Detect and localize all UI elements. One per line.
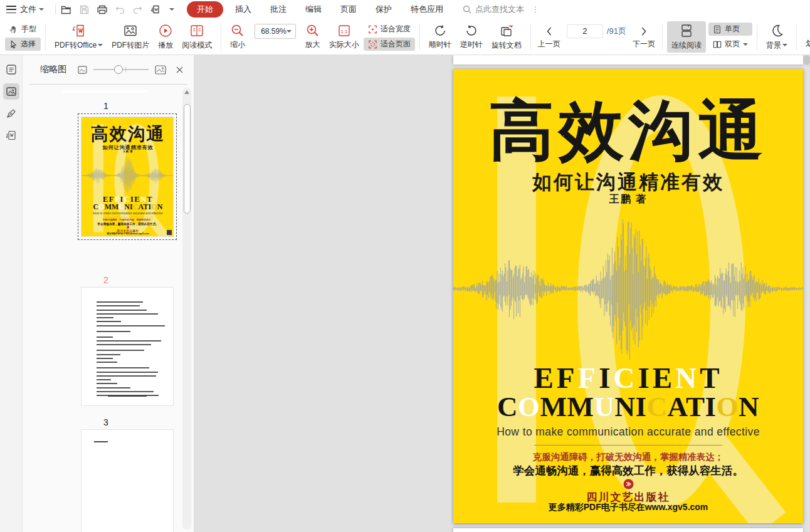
- previous-page-button[interactable]: [538, 25, 560, 38]
- single-page-button[interactable]: 单页: [708, 23, 752, 36]
- cover-english-title-line2: COMMUNICATION: [453, 393, 803, 421]
- reading-mode-button[interactable]: 阅读模式: [177, 21, 216, 53]
- zoom-in-button[interactable]: 放大: [301, 22, 325, 52]
- rotate-document-icon: [498, 23, 515, 38]
- document-viewport[interactable]: 高效沟通 如何让沟通精准有效 王鹏 著 EFFICIENT COMMUNICAT…: [194, 55, 810, 532]
- page-total-label: /91页: [607, 26, 626, 37]
- thumbnail-page-3[interactable]: [81, 429, 174, 532]
- rotate-document-button[interactable]: 旋转文档: [487, 21, 526, 53]
- quick-access-chevron-icon[interactable]: [169, 8, 174, 11]
- pdf-to-image-label: PDF转图片: [112, 40, 149, 51]
- play-icon: [158, 23, 173, 38]
- cover-tagline-2: 学会通畅沟通，赢得高效工作，获得从容生活。: [453, 463, 803, 478]
- pen-icon: [6, 108, 17, 119]
- cursor-arrow-icon: [9, 40, 18, 49]
- hand-tool-button[interactable]: 手型: [5, 23, 41, 36]
- redo-icon[interactable]: [133, 5, 142, 14]
- rotate-clockwise-button[interactable]: 顺时针: [424, 22, 456, 52]
- tab-insert[interactable]: 插入: [226, 1, 261, 18]
- clipped-toolbar-button[interactable]: 划: [801, 23, 810, 51]
- pdf-to-image-button[interactable]: PDF转图片: [107, 21, 154, 53]
- tab-home[interactable]: 开始: [187, 1, 223, 18]
- previous-page-label[interactable]: 上一页: [538, 39, 560, 50]
- clipped-toolbar-label: 划: [806, 38, 810, 49]
- next-page-label[interactable]: 下一页: [633, 39, 655, 50]
- save-icon[interactable]: [80, 5, 89, 14]
- chevron-down-icon: [39, 8, 44, 11]
- find-text-search[interactable]: 点此查找文本 ⋮: [463, 4, 540, 15]
- single-page-label: 单页: [725, 24, 740, 34]
- thumbnail-cover-art: 高效沟通 如何让沟通精准有效 王鹏 著 EFFICIENT COMMUNICAT…: [82, 117, 174, 237]
- thumbnail-corner-marker: [167, 230, 172, 235]
- cover-subtitle: 如何让沟通精准有效: [453, 169, 803, 196]
- thumbnail-page-2[interactable]: [81, 287, 174, 406]
- actual-size-label: 实际大小: [329, 39, 359, 50]
- ribbon-tabs: 开始 插入 批注 编辑 页面 保护 特色应用: [187, 1, 453, 18]
- main-scrollbar-thumb[interactable]: [804, 55, 810, 65]
- divider: [55, 4, 56, 14]
- next-page-edge: [453, 528, 803, 532]
- print-icon[interactable]: [97, 5, 107, 14]
- thumbnail-panel-header: 缩略图: [23, 55, 194, 84]
- file-menu-label: 文件: [20, 4, 36, 15]
- sidebar-scrollbar[interactable]: [182, 88, 191, 529]
- sidebar-scrollbar-thumb[interactable]: [184, 104, 191, 214]
- thumbnail-size-slider[interactable]: [93, 65, 149, 74]
- fit-width-label: 适合宽度: [381, 24, 411, 34]
- open-file-icon[interactable]: [61, 5, 71, 14]
- undo-icon[interactable]: [115, 5, 125, 14]
- zoom-out-button[interactable]: 缩小: [226, 22, 250, 52]
- close-panel-icon[interactable]: [176, 66, 184, 74]
- rotate-counterclockwise-button[interactable]: 逆时针: [456, 22, 487, 52]
- background-label: 背景: [766, 40, 781, 51]
- double-page-icon: [713, 40, 722, 49]
- doc-convert-icon[interactable]: [150, 4, 161, 14]
- zoom-level-combobox[interactable]: 68.59%: [255, 24, 296, 39]
- publisher-logo: [453, 479, 803, 489]
- thumb-number-1: 1: [34, 101, 178, 111]
- select-tool-button[interactable]: 选择: [5, 38, 41, 51]
- export-panel-button[interactable]: [3, 127, 19, 143]
- fit-width-button[interactable]: 适合宽度: [364, 23, 415, 36]
- thumbnail-page-1[interactable]: 高效沟通 如何让沟通精准有效 王鹏 著 EFFICIENT COMMUNICAT…: [78, 113, 177, 240]
- reading-mode-label: 阅读模式: [182, 40, 212, 51]
- outline-panel-button[interactable]: [3, 61, 19, 78]
- tab-edit[interactable]: 编辑: [296, 1, 331, 18]
- hamburger-menu-icon[interactable]: [6, 6, 16, 13]
- scrollbar-up-arrow-icon[interactable]: [184, 90, 189, 94]
- tab-page[interactable]: 页面: [331, 1, 366, 18]
- chevron-down-icon: [782, 44, 787, 46]
- file-menu[interactable]: 文件: [20, 4, 44, 15]
- actual-size-icon: 1:1: [337, 24, 351, 38]
- chevron-down-icon: [743, 43, 748, 46]
- zoom-in-label: 放大: [305, 39, 320, 50]
- slider-knob[interactable]: [114, 65, 123, 74]
- svg-text:1:1: 1:1: [340, 28, 348, 34]
- thumbnail-small-icon[interactable]: [78, 66, 87, 74]
- tab-annotate[interactable]: 批注: [261, 1, 296, 18]
- annotation-panel-button[interactable]: [3, 105, 19, 122]
- pdf-to-office-button[interactable]: PDF转Office: [50, 21, 107, 53]
- actual-size-button[interactable]: 1:1 实际大小: [325, 22, 364, 52]
- double-page-button[interactable]: 双页: [708, 38, 752, 51]
- thumbnail-panel-button[interactable]: [3, 83, 19, 100]
- thumbnail-list[interactable]: 1 高效沟通 如何让沟通精准有效 王鹏 著 EFFICIENT COMMUNIC…: [23, 85, 194, 532]
- cover-divider-line: [534, 445, 722, 446]
- tab-special-apps[interactable]: 特色应用: [401, 1, 453, 18]
- continuous-reading-button[interactable]: 连续阅读: [667, 21, 706, 53]
- book-cover-page[interactable]: 高效沟通 如何让沟通精准有效 王鹏 著 EFFICIENT COMMUNICAT…: [453, 69, 803, 523]
- play-button[interactable]: 播放: [154, 21, 177, 53]
- double-page-label: 双页: [725, 39, 740, 50]
- background-button[interactable]: 背景: [762, 21, 792, 53]
- zoom-level-value: 68.59%: [261, 27, 287, 36]
- zoom-out-label: 缩小: [230, 39, 245, 50]
- chevron-down-icon: [287, 30, 292, 33]
- cover-english-title-line1: EFFICIENT: [453, 363, 803, 393]
- thumbnail-text-lines: [97, 301, 166, 399]
- current-page-input[interactable]: [567, 24, 603, 38]
- tab-protect[interactable]: 保护: [366, 1, 401, 18]
- next-page-button[interactable]: [633, 25, 655, 38]
- fit-page-button[interactable]: 适合页面: [364, 38, 415, 51]
- search-more-dots-icon[interactable]: ⋮: [532, 5, 540, 14]
- thumbnail-large-icon[interactable]: [155, 65, 166, 75]
